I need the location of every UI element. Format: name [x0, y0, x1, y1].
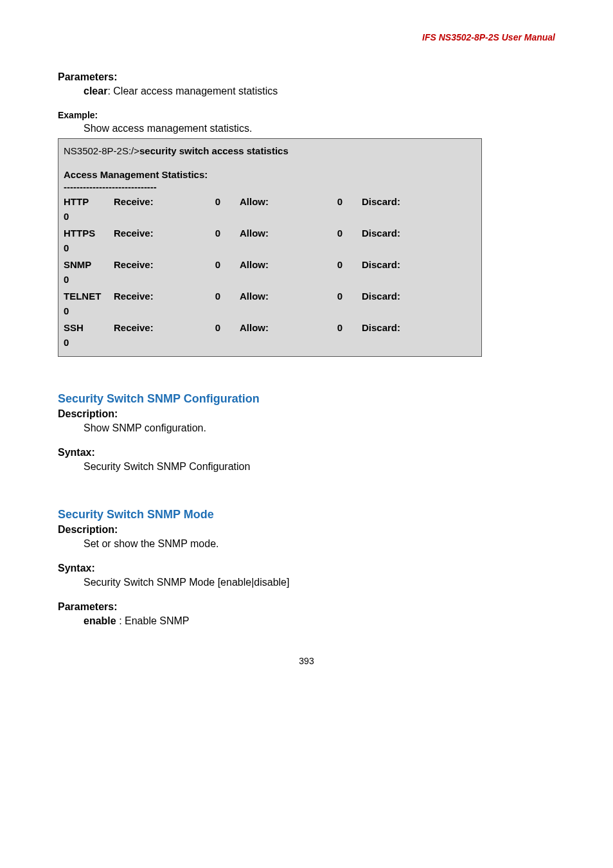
allow-label: Allow: [240, 258, 291, 273]
allow-label: Allow: [240, 226, 291, 241]
proto-cell: SNMP [64, 258, 114, 273]
param-name: clear [84, 86, 107, 96]
discard-label: Discard: [362, 321, 413, 336]
syntax-text: Security Switch SNMP Configuration [84, 461, 555, 473]
parameters-content: clear: Clear access management statistic… [84, 86, 555, 97]
allow-value: 0 [291, 258, 362, 273]
stats-box: NS3502-8P-2S:/>security switch access st… [58, 138, 482, 357]
stats-command-line: NS3502-8P-2S:/>security switch access st… [64, 145, 476, 156]
page-number: 393 [58, 656, 555, 666]
table-row: SNMP Receive: 0 Allow: 0 Discard: 0 [64, 258, 476, 287]
allow-label: Allow: [240, 289, 291, 304]
discard-label: Discard: [362, 258, 413, 273]
receive-label: Receive: [114, 321, 184, 336]
table-row: SSH Receive: 0 Allow: 0 Discard: 0 [64, 321, 476, 350]
proto-cell: HTTP [64, 195, 114, 210]
snmp-config-heading: Security Switch SNMP Configuration [58, 392, 555, 406]
discard-label: Discard: [362, 289, 413, 304]
syntax-label: Syntax: [58, 447, 555, 458]
table-row: HTTPS Receive: 0 Allow: 0 Discard: 0 [64, 226, 476, 255]
stats-prompt: NS3502-8P-2S:/> [64, 145, 139, 156]
param-name: enable [84, 615, 116, 626]
param-desc: : Enable SNMP [116, 615, 190, 626]
desc-label: Description: [58, 524, 555, 536]
doc-header: IFS NS3502-8P-2S User Manual [58, 32, 555, 42]
receive-value: 0 [184, 321, 240, 336]
proto-cell: TELNET [64, 289, 114, 304]
allow-label: Allow: [240, 195, 291, 210]
desc-text: Set or show the SNMP mode. [84, 538, 555, 550]
proto-cell: SSH [64, 321, 114, 336]
stats-dashes: ----------------------------- [64, 181, 476, 192]
allow-value: 0 [291, 321, 362, 336]
discard-label: Discard: [362, 226, 413, 241]
receive-label: Receive: [114, 258, 184, 273]
page-container: IFS NS3502-8P-2S User Manual Parameters:… [0, 0, 613, 685]
receive-value: 0 [184, 258, 240, 273]
parameters-label: Parameters: [58, 601, 555, 613]
parameters-label: Parameters: [58, 71, 555, 83]
desc-text: Show SNMP configuration. [84, 422, 555, 434]
example-label: Example: [58, 110, 555, 120]
param-desc: : Clear access management statistics [107, 86, 278, 96]
allow-value: 0 [291, 289, 362, 304]
discard-value: 0 [64, 210, 476, 224]
discard-value: 0 [64, 241, 476, 256]
stats-title: Access Management Statistics: [64, 169, 476, 180]
desc-label: Description: [58, 408, 555, 420]
parameters-content: enable : Enable SNMP [84, 615, 555, 627]
receive-label: Receive: [114, 226, 184, 241]
example-desc: Show access management statistics. [84, 123, 555, 134]
discard-value: 0 [64, 304, 476, 319]
receive-value: 0 [184, 226, 240, 241]
discard-label: Discard: [362, 195, 413, 210]
receive-label: Receive: [114, 195, 184, 210]
receive-value: 0 [184, 195, 240, 210]
discard-value: 0 [64, 273, 476, 287]
table-row: HTTP Receive: 0 Allow: 0 Discard: 0 [64, 195, 476, 224]
proto-cell: HTTPS [64, 226, 114, 241]
allow-value: 0 [291, 195, 362, 210]
table-row: TELNET Receive: 0 Allow: 0 Discard: 0 [64, 289, 476, 318]
receive-value: 0 [184, 289, 240, 304]
stats-command: security switch access statistics [139, 145, 289, 156]
syntax-label: Syntax: [58, 563, 555, 574]
allow-label: Allow: [240, 321, 291, 336]
receive-label: Receive: [114, 289, 184, 304]
discard-value: 0 [64, 336, 476, 350]
allow-value: 0 [291, 226, 362, 241]
syntax-text: Security Switch SNMP Mode [enable|disabl… [84, 577, 555, 588]
snmp-mode-heading: Security Switch SNMP Mode [58, 508, 555, 521]
